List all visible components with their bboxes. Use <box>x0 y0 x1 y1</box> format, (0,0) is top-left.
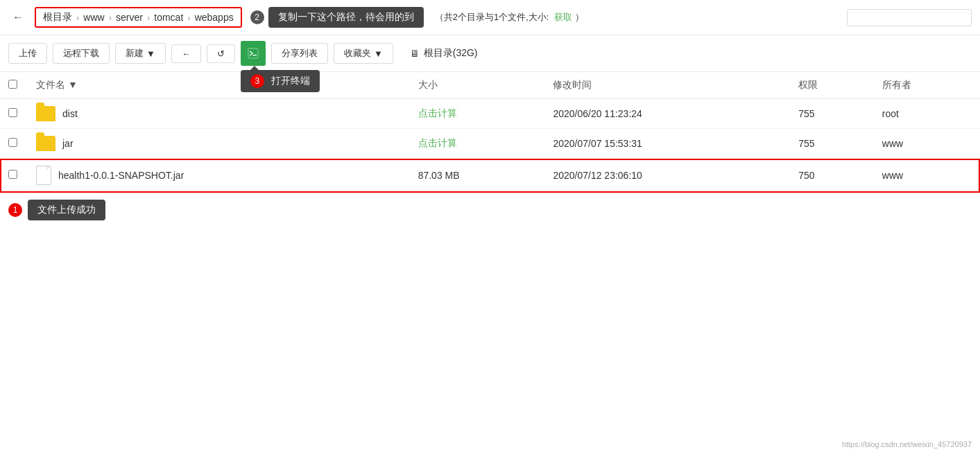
breadcrumb-item-www[interactable]: www <box>83 12 104 23</box>
row-permissions: 755 <box>790 129 874 159</box>
tooltip-3-open-terminal: 3 打开终端 <box>241 70 320 92</box>
row-owner: www <box>874 159 980 193</box>
row-checkbox[interactable] <box>8 108 17 117</box>
badge-2: 2 <box>250 10 264 24</box>
size-value[interactable]: 点击计算 <box>418 107 457 119</box>
breadcrumb-nav: 根目录 › www › server › tomcat › webapps <box>35 7 242 28</box>
file-info-suffix: ） <box>575 12 584 22</box>
file-table: 文件名 ▼ 大小 修改时间 权限 所有者 dist 点击计算 2020/06/2… <box>0 72 980 193</box>
new-label: 新建 <box>126 47 144 60</box>
row-modified: 2020/07/12 23:06:10 <box>544 159 790 193</box>
file-icon <box>36 166 51 185</box>
terminal-icon <box>248 47 259 60</box>
th-size: 大小 <box>410 72 545 99</box>
back-button[interactable]: ← <box>8 10 28 25</box>
disk-label: 🖥 根目录(32G) <box>410 47 478 60</box>
status-bar: 1 文件上传成功 <box>0 193 980 227</box>
breadcrumb-sep-1: › <box>76 12 79 23</box>
row-checkbox[interactable] <box>8 170 17 179</box>
th-permissions: 权限 <box>790 72 874 99</box>
terminal-button[interactable] <box>241 41 266 66</box>
breadcrumb-sep-2: › <box>109 12 112 23</box>
disk-label-text: 根目录(32G) <box>424 47 478 60</box>
th-modified: 修改时间 <box>544 72 790 99</box>
file-info: （共2个目录与1个文件,大小: 获取 ） <box>435 11 584 24</box>
refresh-button[interactable]: ↺ <box>207 44 235 63</box>
row-owner: www <box>874 129 980 159</box>
table-row[interactable]: health1-0.0.1-SNAPSHOT.jar 87.03 MB 2020… <box>0 159 980 193</box>
get-size-link[interactable]: 获取 <box>554 12 572 22</box>
svg-rect-0 <box>248 49 258 58</box>
row-owner: root <box>874 99 980 129</box>
status-badge-1: 1 <box>8 203 22 217</box>
breadcrumb-item-root[interactable]: 根目录 <box>43 11 72 24</box>
tooltip-copy-path: 复制一下这个路径，待会用的到 <box>268 7 424 28</box>
file-info-text: （共2个目录与1个文件,大小: <box>435 12 549 22</box>
th-owner: 所有者 <box>874 72 980 99</box>
folder-icon <box>36 106 55 121</box>
tooltip-3-text: 打开终端 <box>271 75 310 86</box>
table-header-row: 文件名 ▼ 大小 修改时间 权限 所有者 <box>0 72 980 99</box>
new-button[interactable]: 新建 ▼ <box>115 43 166 64</box>
row-name-cell: jar <box>28 129 410 159</box>
upload-button[interactable]: 上传 <box>8 43 47 64</box>
share-list-button[interactable]: 分享列表 <box>271 43 328 64</box>
toolbar: 上传 远程下载 新建 ▼ ← ↺ 3 打开终端 分享列表 收藏夹 ▼ 🖥 根目录… <box>0 35 980 72</box>
terminal-button-container: 3 打开终端 <box>241 41 266 66</box>
sort-icon[interactable]: ▼ <box>68 79 78 90</box>
row-checkbox-cell <box>0 159 28 193</box>
size-value[interactable]: 点击计算 <box>418 137 457 148</box>
status-text: 文件上传成功 <box>28 200 105 220</box>
row-filename[interactable]: dist <box>62 108 78 119</box>
row-permissions: 750 <box>790 159 874 193</box>
row-size: 点击计算 <box>410 129 545 159</box>
row-filename[interactable]: health1-0.0.1-SNAPSHOT.jar <box>58 170 184 181</box>
breadcrumb-sep-3: › <box>147 12 150 23</box>
badge-3: 3 <box>250 74 264 88</box>
table-row[interactable]: dist 点击计算 2020/06/20 11:23:24 755 root <box>0 99 980 129</box>
remote-download-button[interactable]: 远程下载 <box>53 43 110 64</box>
row-modified: 2020/06/20 11:23:24 <box>544 99 790 129</box>
row-checkbox-cell <box>0 129 28 159</box>
table-row[interactable]: jar 点击计算 2020/07/07 15:53:31 755 www <box>0 129 980 159</box>
back-nav-button[interactable]: ← <box>171 44 201 63</box>
folder-icon <box>36 136 55 151</box>
row-checkbox[interactable] <box>8 138 17 147</box>
breadcrumb-item-server[interactable]: server <box>116 12 143 23</box>
row-modified: 2020/07/07 15:53:31 <box>544 129 790 159</box>
breadcrumb-item-tomcat[interactable]: tomcat <box>154 12 183 23</box>
row-filename[interactable]: jar <box>62 138 74 149</box>
breadcrumb-item-webapps[interactable]: webapps <box>195 12 234 23</box>
th-checkbox <box>0 72 28 99</box>
row-name-cell: dist <box>28 99 410 129</box>
th-filename-label: 文件名 <box>36 79 65 90</box>
breadcrumb-bar: ← 根目录 › www › server › tomcat › webapps … <box>0 0 980 35</box>
th-filename: 文件名 ▼ <box>28 72 410 99</box>
row-checkbox-cell <box>0 99 28 129</box>
select-all-checkbox[interactable] <box>8 80 17 89</box>
row-name-cell: health1-0.0.1-SNAPSHOT.jar <box>28 159 410 193</box>
disk-icon: 🖥 <box>410 48 420 59</box>
row-size: 87.03 MB <box>410 159 545 193</box>
size-value: 87.03 MB <box>418 170 460 181</box>
search-input[interactable] <box>847 9 972 26</box>
row-permissions: 755 <box>790 99 874 129</box>
favorites-label: 收藏夹 <box>344 47 371 60</box>
favorites-arrow-icon: ▼ <box>374 49 383 59</box>
row-size: 点击计算 <box>410 99 545 129</box>
favorites-button[interactable]: 收藏夹 ▼ <box>334 43 393 64</box>
breadcrumb-sep-4: › <box>187 12 190 23</box>
new-arrow-icon: ▼ <box>146 49 155 59</box>
